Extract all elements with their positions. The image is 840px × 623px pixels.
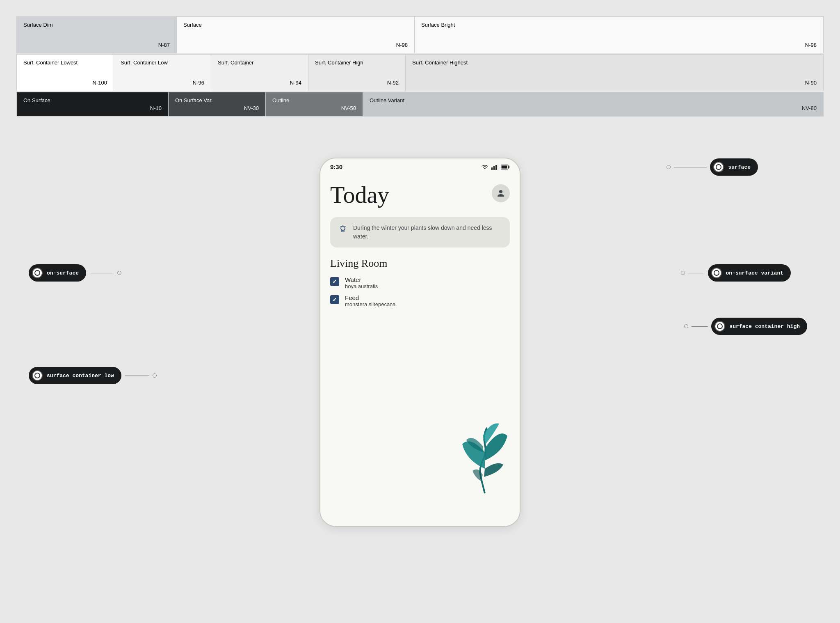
svg-rect-3 bbox=[495, 165, 497, 170]
container-value: N-94 bbox=[290, 80, 301, 86]
surface-container-high-dot bbox=[684, 324, 688, 328]
avatar-button[interactable] bbox=[492, 184, 510, 202]
lightbulb-icon bbox=[338, 224, 347, 236]
surface-container-high-line bbox=[692, 326, 708, 327]
on-surface-pill: on-surface bbox=[29, 264, 86, 282]
surface-dim-cell: Surface Dim N-87 bbox=[16, 16, 176, 53]
on-surface-circle-icon bbox=[32, 268, 43, 278]
outline-variant-label: Outline Variant bbox=[370, 97, 817, 103]
section-title: Living Room bbox=[330, 257, 510, 270]
svg-rect-1 bbox=[491, 167, 493, 170]
container-low-label: Surf. Container Low bbox=[121, 60, 204, 66]
surface-container-low-dot bbox=[153, 373, 157, 378]
surface-label: Surface bbox=[183, 22, 408, 28]
container-high-value: N-92 bbox=[387, 80, 399, 86]
container-high-cell: Surf. Container High N-92 bbox=[308, 54, 405, 91]
on-surface-variant-pill: on-surface variant bbox=[708, 264, 791, 282]
wifi-icon bbox=[481, 164, 488, 170]
status-time: 9:30 bbox=[330, 163, 342, 170]
container-cell: Surf. Container N-94 bbox=[211, 54, 308, 91]
palette-row-2: Surf. Container Lowest N-100 Surf. Conta… bbox=[16, 54, 824, 91]
phone-title: Today bbox=[330, 182, 389, 208]
surface-bright-label: Surface Bright bbox=[421, 22, 817, 28]
task-checkbox-1[interactable] bbox=[330, 277, 339, 286]
on-surface-annotation: on-surface bbox=[29, 264, 121, 282]
outline-label: Outline bbox=[272, 97, 356, 103]
battery-icon bbox=[501, 164, 510, 170]
mockup-section: 9:30 bbox=[16, 133, 824, 552]
surface-container-high-pill: surface container high bbox=[711, 318, 807, 335]
surface-container-low-annotation: surface container low bbox=[29, 367, 157, 384]
info-card: During the winter your plants slow down … bbox=[330, 217, 510, 247]
container-lowest-cell: Surf. Container Lowest N-100 bbox=[16, 54, 114, 91]
task-checkbox-2[interactable] bbox=[330, 295, 339, 304]
svg-rect-2 bbox=[493, 166, 495, 170]
surface-container-low-circle-icon bbox=[32, 370, 43, 381]
palette-row-3: On Surface N-10 On Surface Var. NV-30 Ou… bbox=[16, 92, 824, 117]
svg-point-8 bbox=[499, 190, 502, 193]
task-text-1: Water hoya australis bbox=[345, 276, 378, 289]
palette-row-1: Surface Dim N-87 Surface N-98 Surface Br… bbox=[16, 16, 824, 53]
surface-container-high-annotation: surface container high bbox=[684, 318, 807, 335]
outline-cell: Outline NV-50 bbox=[265, 92, 363, 117]
on-surface-value: N-10 bbox=[150, 105, 162, 111]
living-room-section: Living Room Water hoya australis Feed bbox=[330, 257, 510, 307]
container-label: Surf. Container bbox=[218, 60, 301, 66]
surface-bright-value: N-98 bbox=[805, 42, 817, 48]
container-lowest-label: Surf. Container Lowest bbox=[23, 60, 107, 66]
svg-line-13 bbox=[345, 226, 346, 227]
on-surface-variant-annotation: on-surface variant bbox=[681, 264, 791, 282]
container-highest-cell: Surf. Container Highest N-90 bbox=[405, 54, 824, 91]
surface-pill: surface bbox=[710, 158, 758, 176]
surface-circle-icon bbox=[713, 162, 724, 172]
surface-dim-value: N-87 bbox=[158, 42, 170, 48]
surface-value: N-98 bbox=[396, 42, 408, 48]
svg-line-12 bbox=[340, 226, 341, 227]
task-item-1: Water hoya australis bbox=[330, 276, 510, 289]
task-list: Water hoya australis Feed monstera silte… bbox=[330, 276, 510, 307]
surface-container-high-circle-icon bbox=[714, 321, 725, 332]
on-surface-var-label: On Surface Var. bbox=[175, 97, 259, 103]
on-surface-label: On Surface bbox=[23, 97, 162, 103]
plant-illustration bbox=[458, 419, 511, 502]
svg-marker-0 bbox=[484, 168, 486, 169]
on-surface-variant-circle-icon bbox=[711, 268, 722, 278]
status-icons bbox=[481, 164, 510, 170]
outline-variant-value: NV-80 bbox=[802, 105, 817, 111]
container-highest-label: Surf. Container Highest bbox=[412, 60, 817, 66]
task-text-2: Feed monstera siltepecana bbox=[345, 294, 396, 307]
surface-container-low-line bbox=[125, 376, 149, 376]
svg-rect-7 bbox=[509, 166, 510, 168]
on-surface-variant-line bbox=[688, 273, 705, 273]
on-surface-variant-dot bbox=[681, 271, 685, 275]
on-surface-cell: On Surface N-10 bbox=[16, 92, 168, 117]
on-surface-line bbox=[89, 273, 114, 273]
on-surface-var-cell: On Surface Var. NV-30 bbox=[168, 92, 265, 117]
on-surface-dot bbox=[117, 271, 121, 275]
surface-dot bbox=[667, 165, 671, 169]
task-item-2: Feed monstera siltepecana bbox=[330, 294, 510, 307]
signal-icon bbox=[491, 164, 498, 170]
status-bar: 9:30 bbox=[320, 158, 520, 174]
on-surface-var-value: NV-30 bbox=[244, 105, 259, 111]
outline-variant-cell: Outline Variant NV-80 bbox=[363, 92, 824, 117]
surface-container-low-pill: surface container low bbox=[29, 367, 121, 384]
info-card-text: During the winter your plants slow down … bbox=[353, 224, 502, 241]
phone-header: Today bbox=[330, 177, 510, 210]
container-lowest-value: N-100 bbox=[93, 80, 107, 86]
container-low-value: N-96 bbox=[193, 80, 204, 86]
task-name-2: Feed bbox=[345, 294, 396, 301]
outline-value: NV-50 bbox=[341, 105, 356, 111]
phone-frame: 9:30 bbox=[320, 158, 520, 527]
phone-content: Today bbox=[320, 174, 520, 521]
surface-dim-label: Surface Dim bbox=[23, 22, 170, 28]
surface-cell: Surface N-98 bbox=[176, 16, 414, 53]
container-high-label: Surf. Container High bbox=[315, 60, 399, 66]
user-icon bbox=[496, 188, 506, 198]
svg-rect-6 bbox=[502, 165, 507, 168]
container-low-cell: Surf. Container Low N-96 bbox=[114, 54, 211, 91]
task-sub-2: monstera siltepecana bbox=[345, 301, 396, 307]
palette-section: Surface Dim N-87 Surface N-98 Surface Br… bbox=[16, 16, 824, 117]
task-sub-1: hoya australis bbox=[345, 283, 378, 289]
plant-svg bbox=[458, 419, 511, 502]
